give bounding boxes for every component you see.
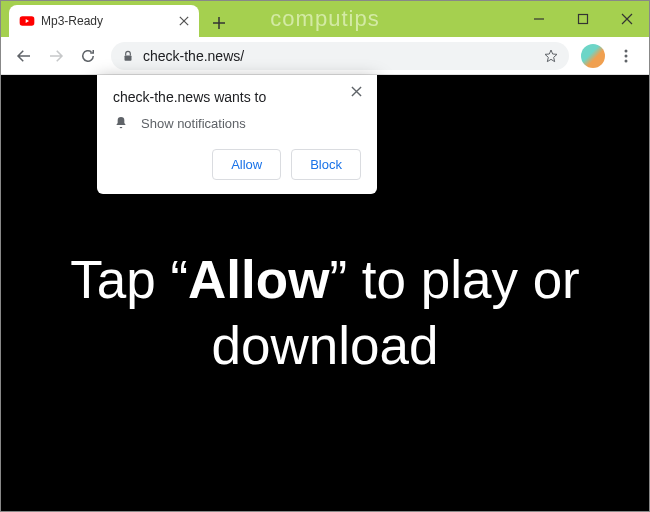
close-icon[interactable] [177,14,191,28]
svg-rect-2 [125,55,132,60]
minimize-button[interactable] [517,1,561,37]
close-icon[interactable] [351,83,367,99]
svg-point-4 [625,54,628,57]
scam-message: Tap “Allow” to play or download [1,247,649,380]
youtube-icon [19,13,35,29]
lock-icon [121,49,135,63]
watermark-text: computips [270,6,379,32]
bell-icon [113,115,129,131]
svg-point-3 [625,49,628,52]
popup-actions: Allow Block [113,149,361,180]
browser-window: Mp3-Ready computips [0,0,650,512]
bookmark-icon[interactable] [543,48,559,64]
scam-bold: Allow [188,250,329,309]
svg-point-5 [625,59,628,62]
popup-title: check-the.news wants to [113,89,361,105]
titlebar: Mp3-Ready computips [1,1,649,37]
notification-permission-popup: check-the.news wants to Show notificatio… [97,75,377,194]
scam-prefix: Tap “ [70,250,188,309]
tab-title: Mp3-Ready [41,14,171,28]
close-window-button[interactable] [605,1,649,37]
maximize-button[interactable] [561,1,605,37]
allow-button[interactable]: Allow [212,149,281,180]
forward-button[interactable] [41,41,71,71]
window-controls [517,1,649,37]
profile-avatar[interactable] [581,44,605,68]
reload-button[interactable] [73,41,103,71]
back-button[interactable] [9,41,39,71]
toolbar: check-the.news/ [1,37,649,75]
page-content: Tap “Allow” to play or download check-th… [1,75,649,511]
svg-rect-1 [579,15,588,24]
new-tab-button[interactable] [205,9,233,37]
popup-message: Show notifications [141,116,246,131]
menu-button[interactable] [611,41,641,71]
address-bar[interactable]: check-the.news/ [111,42,569,70]
popup-permission-row: Show notifications [113,115,361,131]
tab-strip: Mp3-Ready [1,1,233,37]
block-button[interactable]: Block [291,149,361,180]
url-text: check-the.news/ [143,48,535,64]
browser-tab[interactable]: Mp3-Ready [9,5,199,37]
